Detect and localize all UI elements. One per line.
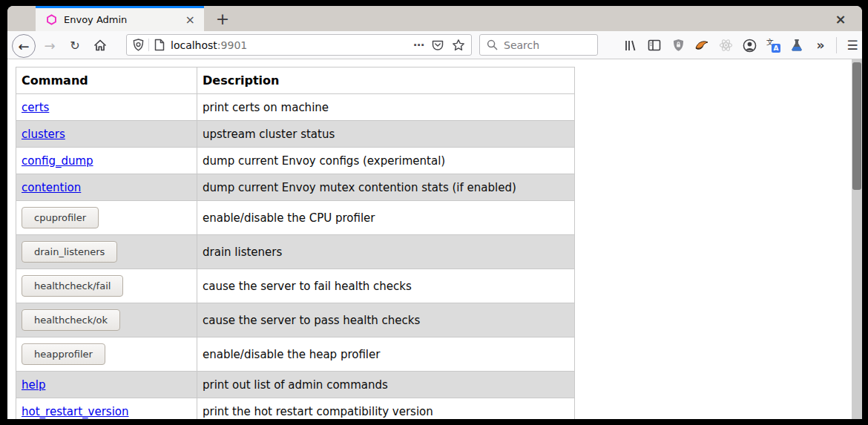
command-cell: certs bbox=[16, 94, 197, 121]
admin-commands-table: Command Description certsprint certs on … bbox=[16, 67, 575, 419]
description-cell: print out list of admin commands bbox=[197, 372, 575, 398]
command-link[interactable]: clusters bbox=[22, 128, 65, 141]
bookmark-star-icon[interactable] bbox=[452, 39, 465, 52]
url-text[interactable]: localhost:9901 bbox=[171, 39, 407, 51]
library-button[interactable] bbox=[619, 34, 642, 56]
description-cell: print the hot restart compatibility vers… bbox=[197, 398, 575, 420]
pocket-icon[interactable] bbox=[431, 39, 444, 52]
page-actions-icon[interactable]: ⋯ bbox=[413, 39, 425, 52]
command-cell: hot_restart_version bbox=[16, 398, 197, 420]
translate-icon: 文 A bbox=[766, 39, 780, 52]
search-bar[interactable]: Search bbox=[479, 34, 598, 56]
tab-close-icon[interactable]: × bbox=[183, 14, 198, 26]
tab-envoy-admin[interactable]: Envoy Admin × bbox=[36, 6, 204, 31]
command-button[interactable]: healthcheck/ok bbox=[22, 309, 120, 331]
page-content: Command Description certsprint certs on … bbox=[7, 59, 862, 419]
tab-bar: Envoy Admin × + × bbox=[7, 6, 862, 31]
command-cell: heapprofiler bbox=[16, 337, 197, 372]
account-button[interactable] bbox=[737, 34, 761, 56]
description-cell: print certs on machine bbox=[197, 94, 575, 121]
atom-icon bbox=[719, 39, 733, 52]
home-button[interactable] bbox=[89, 34, 111, 56]
command-cell: drain_listeners bbox=[16, 235, 197, 269]
table-row: contentiondump current Envoy mutex conte… bbox=[16, 174, 575, 201]
description-cell: cause the server to fail health checks bbox=[197, 269, 575, 303]
home-icon bbox=[93, 39, 107, 52]
flask-icon bbox=[790, 39, 803, 52]
command-cell: contention bbox=[16, 174, 197, 201]
table-row: drain_listenersdrain listeners bbox=[16, 235, 575, 269]
new-tab-button[interactable]: + bbox=[209, 6, 236, 31]
command-cell: healthcheck/fail bbox=[16, 269, 197, 303]
command-cell: help bbox=[16, 372, 197, 398]
description-column-header: Description bbox=[197, 67, 575, 94]
command-cell: cpuprofiler bbox=[16, 201, 197, 235]
command-cell: clusters bbox=[16, 121, 197, 148]
table-row: healthcheck/failcause the server to fail… bbox=[16, 269, 575, 303]
sidebar-icon bbox=[648, 39, 661, 51]
command-column-header: Command bbox=[16, 67, 197, 94]
description-cell: upstream cluster status bbox=[197, 121, 575, 148]
lab-extension-button[interactable] bbox=[785, 34, 809, 56]
table-row: helpprint out list of admin commands bbox=[16, 372, 575, 398]
shield-lock-icon bbox=[672, 39, 685, 52]
table-row: healthcheck/okcause the server to pass h… bbox=[16, 303, 575, 337]
description-cell: enable/disable the CPU profiler bbox=[197, 201, 575, 235]
vertical-scrollbar[interactable] bbox=[852, 59, 862, 419]
description-cell: enable/disable the heap profiler bbox=[197, 337, 575, 372]
description-cell: drain listeners bbox=[197, 235, 575, 269]
sidebar-button[interactable] bbox=[642, 34, 666, 56]
shield-lock-extension-button[interactable] bbox=[666, 34, 690, 56]
forward-button[interactable]: → bbox=[39, 34, 61, 56]
overflow-menu-button[interactable]: » bbox=[809, 34, 832, 56]
search-icon bbox=[487, 39, 498, 50]
table-row: config_dumpdump current Envoy configs (e… bbox=[16, 148, 575, 174]
command-link[interactable]: contention bbox=[22, 181, 81, 194]
envoy-favicon-icon bbox=[46, 14, 57, 25]
table-row: heapprofilerenable/disable the heap prof… bbox=[16, 337, 575, 372]
command-link[interactable]: certs bbox=[22, 101, 49, 114]
toolbar-separator bbox=[836, 37, 837, 53]
command-cell: config_dump bbox=[16, 148, 197, 174]
url-bar[interactable]: localhost:9901 ⋯ bbox=[126, 34, 472, 56]
account-icon bbox=[743, 39, 757, 53]
table-row: cpuprofilerenable/disable the CPU profil… bbox=[16, 201, 575, 235]
command-button[interactable]: heapprofiler bbox=[22, 343, 105, 365]
scrollbar-thumb[interactable] bbox=[852, 62, 861, 190]
description-cell: cause the server to pass health checks bbox=[197, 303, 575, 337]
reload-button[interactable]: ↻ bbox=[64, 34, 86, 56]
search-placeholder: Search bbox=[504, 39, 539, 51]
table-row: certsprint certs on machine bbox=[16, 94, 575, 121]
fox-extension-button[interactable] bbox=[690, 34, 714, 56]
command-link[interactable]: hot_restart_version bbox=[22, 405, 129, 418]
back-button[interactable]: ← bbox=[12, 34, 36, 58]
description-cell: dump current Envoy configs (experimental… bbox=[197, 148, 575, 174]
table-row: hot_restart_versionprint the hot restart… bbox=[16, 398, 575, 420]
tracking-protection-shield-icon bbox=[133, 39, 144, 51]
library-icon bbox=[624, 39, 637, 52]
command-link[interactable]: help bbox=[22, 378, 45, 392]
table-header-row: Command Description bbox=[16, 67, 575, 94]
browser-window: Envoy Admin × + × ← → ↻ localhost: bbox=[7, 6, 862, 419]
fox-extension-icon bbox=[694, 39, 709, 51]
description-cell: dump current Envoy mutex contention stat… bbox=[197, 174, 575, 201]
table-row: clustersupstream cluster status bbox=[16, 121, 575, 148]
url-port: :9901 bbox=[217, 39, 247, 51]
command-button[interactable]: cpuprofiler bbox=[22, 207, 99, 228]
command-cell: healthcheck/ok bbox=[16, 303, 197, 337]
command-link[interactable]: config_dump bbox=[22, 154, 93, 168]
command-button[interactable]: drain_listeners bbox=[22, 241, 117, 263]
command-button[interactable]: healthcheck/fail bbox=[22, 275, 123, 297]
navigation-toolbar: ← → ↻ localhost:9901 ⋯ bbox=[7, 31, 862, 59]
page-icon bbox=[154, 39, 165, 51]
url-host: localhost bbox=[171, 39, 217, 51]
translate-extension-button[interactable]: 文 A bbox=[761, 34, 785, 56]
app-menu-button[interactable]: ☰ bbox=[841, 34, 862, 56]
devtools-atom-button[interactable] bbox=[714, 34, 737, 56]
toolbar-icons: 文 A » ☰ bbox=[619, 34, 862, 56]
tab-title: Envoy Admin bbox=[64, 14, 183, 25]
window-close-button[interactable]: × bbox=[829, 6, 852, 31]
urlbar-divider bbox=[148, 39, 149, 51]
